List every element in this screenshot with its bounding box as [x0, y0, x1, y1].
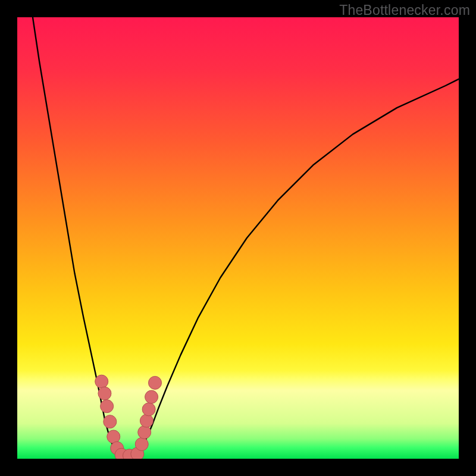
marker-dot	[140, 414, 153, 427]
marker-dot	[104, 415, 117, 428]
marker-dot	[138, 425, 151, 439]
marker-dot	[95, 375, 108, 388]
marker-dot	[101, 400, 114, 413]
bottleneck-curve	[33, 17, 459, 459]
marker-dot	[107, 430, 120, 443]
curve-layer	[17, 17, 459, 459]
data-markers	[95, 375, 162, 459]
marker-dot	[135, 438, 148, 451]
marker-dot	[149, 376, 162, 389]
marker-dot	[98, 387, 111, 400]
plot-area	[17, 17, 459, 459]
marker-dot	[145, 390, 158, 403]
watermark-text: TheBottlenecker.com	[339, 2, 470, 18]
marker-dot	[142, 403, 155, 416]
outer-frame: TheBottlenecker.com	[0, 0, 476, 476]
